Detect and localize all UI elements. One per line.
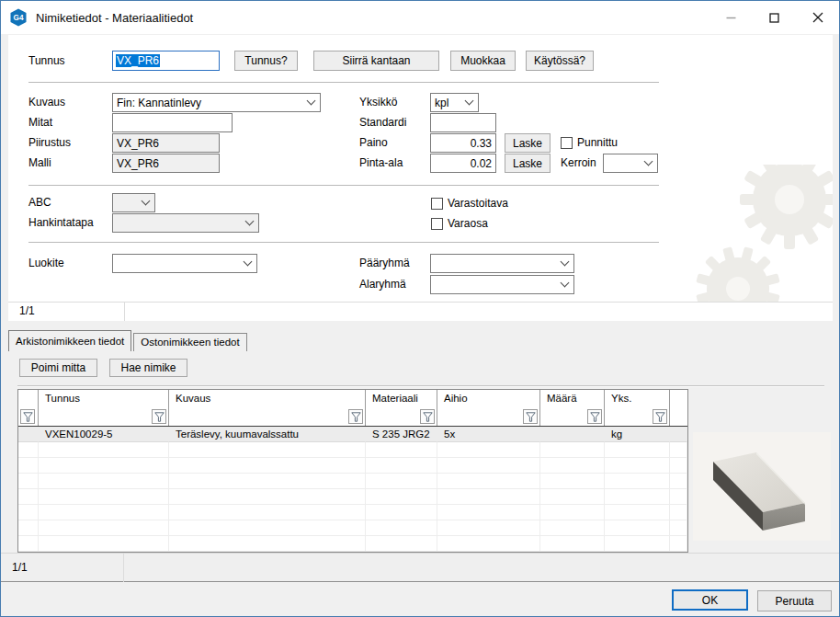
table-cell[interactable] (605, 474, 670, 489)
column-header-materiaali[interactable]: Materiaali (366, 390, 437, 426)
punnittu-checkbox[interactable]: Punnittu (561, 134, 618, 151)
table-cell[interactable] (437, 489, 540, 505)
table-cell[interactable] (540, 458, 605, 474)
table-cell[interactable] (18, 489, 39, 505)
table-cell[interactable] (18, 474, 39, 489)
abc-combobox[interactable] (112, 193, 155, 212)
filter-button[interactable] (152, 409, 166, 424)
yksikko-combobox[interactable]: kpl (430, 93, 479, 112)
muokkaa-button[interactable]: Muokkaa (450, 51, 516, 71)
table-cell[interactable] (605, 520, 670, 536)
poimi-mitta-button[interactable]: Poimi mitta (19, 359, 97, 377)
table-cell[interactable] (437, 458, 540, 474)
table-cell[interactable] (366, 442, 437, 458)
table-cell[interactable] (169, 474, 366, 489)
table-row[interactable] (18, 489, 687, 505)
filter-button[interactable] (420, 409, 435, 424)
hankintatapa-combobox[interactable] (112, 213, 259, 233)
table-cell[interactable] (169, 458, 366, 474)
tab-ostonimikkeen-tiedot[interactable]: Ostonimikkeen tiedot (133, 333, 246, 351)
table-cell[interactable] (169, 520, 366, 536)
table-cell[interactable] (39, 505, 169, 520)
table-cell[interactable] (18, 536, 39, 552)
siirra-kantaan-button[interactable]: Siirrä kantaan (313, 51, 439, 71)
column-header-kuvaus[interactable]: Kuvaus (169, 390, 366, 426)
tunnus-query-button[interactable]: Tunnus? (234, 51, 298, 71)
minimize-button[interactable] (709, 1, 753, 34)
table-cell[interactable] (18, 505, 39, 520)
table-cell[interactable] (540, 536, 605, 552)
piirustus-input[interactable] (112, 133, 220, 153)
ok-button[interactable]: OK (672, 589, 748, 611)
table-cell[interactable] (437, 520, 540, 536)
table-cell[interactable] (169, 489, 366, 505)
table-cell[interactable] (540, 427, 605, 442)
alaryhma-combobox[interactable] (430, 275, 574, 294)
table-cell[interactable] (540, 474, 605, 489)
table-row[interactable] (18, 458, 687, 474)
table-cell[interactable] (540, 489, 605, 505)
column-header-yks[interactable]: Yks. (605, 390, 670, 426)
table-cell[interactable]: kg (605, 427, 670, 442)
table-cell[interactable] (366, 474, 437, 489)
filter-button[interactable] (523, 409, 538, 424)
mitat-input[interactable] (112, 113, 233, 132)
paino-input[interactable] (430, 133, 496, 153)
table-cell[interactable] (670, 520, 687, 536)
table-cell[interactable]: 5x (437, 427, 540, 442)
kerroin-combobox[interactable] (603, 154, 658, 173)
table-cell[interactable] (169, 536, 366, 552)
titlebar[interactable]: G4 Nimiketiedot - Materiaalitiedot (1, 1, 839, 34)
table-cell[interactable] (540, 442, 605, 458)
laske-paino-button[interactable]: Laske (505, 133, 551, 153)
table-row[interactable] (18, 505, 687, 520)
close-button[interactable] (796, 1, 839, 34)
standardi-input[interactable] (430, 113, 496, 132)
peruuta-button[interactable]: Peruuta (757, 590, 832, 611)
table-cell[interactable]: Teräslevy, kuumavalssattu (169, 427, 366, 442)
varaosa-checkbox[interactable]: Varaosa (431, 215, 488, 232)
table-row[interactable] (18, 442, 687, 458)
column-header-aihio[interactable]: Aihio (437, 390, 540, 426)
malli-input[interactable] (112, 154, 220, 173)
table-cell[interactable] (540, 520, 605, 536)
table-cell[interactable] (366, 458, 437, 474)
table-cell[interactable] (18, 458, 39, 474)
table-cell[interactable] (169, 442, 366, 458)
table-cell[interactable] (670, 442, 687, 458)
table-cell[interactable] (18, 520, 39, 536)
table-cell[interactable] (670, 489, 687, 505)
kuvaus-combobox[interactable]: Fin: Kannatinlevy (112, 93, 321, 112)
table-cell[interactable] (366, 520, 437, 536)
filter-button[interactable] (587, 409, 602, 424)
tunnus-input[interactable]: VX_PR6 (112, 51, 220, 71)
table-cell[interactable] (670, 505, 687, 520)
table-cell[interactable] (39, 536, 169, 552)
column-header-maara[interactable]: Määrä (540, 390, 605, 426)
table-cell[interactable] (437, 505, 540, 520)
table-cell[interactable]: VXEN10029-5 (39, 427, 169, 442)
filter-button[interactable] (348, 409, 363, 424)
table-cell[interactable] (18, 427, 39, 442)
table-cell[interactable] (39, 489, 169, 505)
hae-nimike-button[interactable]: Hae nimike (109, 359, 187, 377)
table-cell[interactable] (605, 442, 670, 458)
table-cell[interactable] (366, 505, 437, 520)
table-cell[interactable] (437, 474, 540, 489)
maximize-button[interactable] (753, 1, 796, 34)
table-cell[interactable] (437, 442, 540, 458)
table-cell[interactable] (605, 536, 670, 552)
pinta-ala-input[interactable] (430, 154, 496, 173)
filter-button[interactable] (653, 409, 667, 424)
table-cell[interactable] (18, 442, 39, 458)
table-cell[interactable] (169, 505, 366, 520)
table-cell[interactable] (605, 505, 670, 520)
table-cell[interactable] (670, 474, 687, 489)
table-cell[interactable] (39, 442, 169, 458)
table-cell[interactable] (670, 427, 687, 442)
table-cell[interactable] (366, 489, 437, 505)
paaryhma-combobox[interactable] (430, 254, 574, 273)
table-cell[interactable] (39, 474, 169, 489)
varastoitava-checkbox[interactable]: Varastoitava (431, 195, 508, 211)
table-row[interactable] (18, 536, 687, 552)
